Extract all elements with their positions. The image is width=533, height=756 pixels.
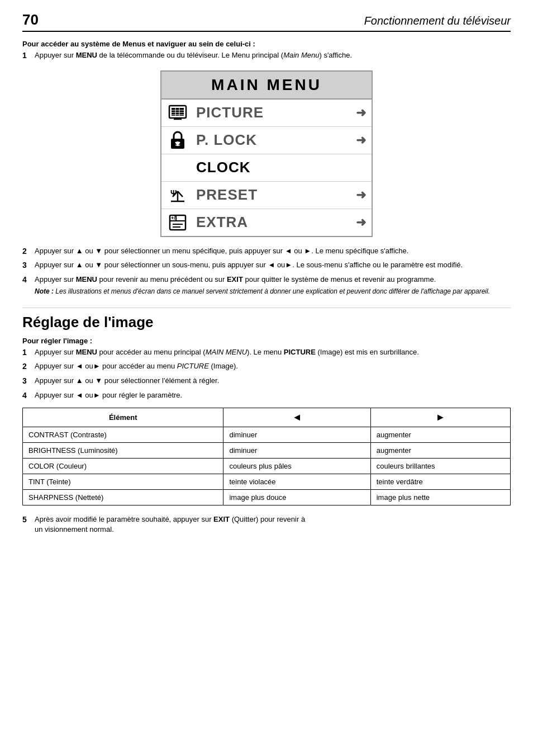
page-header: 70 Fonctionnement du téléviseur [22,11,511,32]
table-header-element: Élément [23,408,223,427]
step-num-3: 3 [22,260,35,271]
nav-section-heading: Pour accéder au système de Menus et navi… [22,40,511,62]
svg-text:Ψ: Ψ [170,188,177,197]
menu-item-preset[interactable]: Ψ PRESET ➜ [161,182,372,209]
menu-item-clock[interactable]: CLOCK ➜ [161,154,372,182]
extra-icon: +/- [167,212,188,233]
svg-point-13 [179,141,180,143]
img-step-text-5: Après avoir modifié le paramètre souhait… [35,514,511,535]
img-step-num-2: 2 [22,361,35,372]
table-cell-0-2: augmenter [370,427,510,443]
table-cell-3-2: teinte verdâtre [370,474,510,490]
preset-icon: Ψ [167,185,188,206]
step-num-1: 1 [22,50,35,62]
table-cell-4-0: SHARPNESS (Netteté) [23,490,223,505]
main-menu-box: MAIN MENU PICTURE ➜ [160,70,373,237]
nav-steps-2-4: 2 Appuyer sur ▲ ou ▼ pour sélectionner u… [22,246,511,296]
table-header-left: ◄ [223,408,370,427]
image-steps-list: 1 Appuyer sur MENU pour accéder au menu … [22,347,511,401]
image-section: Réglage de l'image Pour régler l'image :… [22,308,511,535]
image-step5-list: 5 Après avoir modifié le paramètre souha… [22,514,511,535]
menu-item-picture[interactable]: PICTURE ➜ [161,100,372,127]
menu-arrow-preset: ➜ [356,188,366,202]
clock-icon [167,157,188,178]
menu-box-title: MAIN MENU [161,72,372,100]
table-cell-3-1: teinte violacée [223,474,370,490]
table-cell-3-0: TINT (Teinte) [23,474,223,490]
table-row: COLOR (Couleur)couleurs plus pâlescouleu… [23,459,511,474]
menu-arrow-picture: ➜ [356,106,366,120]
nav-step-2: 2 Appuyer sur ▲ ou ▼ pour sélectionner u… [22,246,511,257]
table-cell-4-2: image plus nette [370,490,510,505]
image-step-1: 1 Appuyer sur MENU pour accéder au menu … [22,347,511,358]
img-step-text-2: Appuyer sur ◄ ou► pour accéder au menu P… [35,361,511,372]
svg-point-12 [175,141,177,143]
step-text-4: Appuyer sur MENU pour revenir au menu pr… [35,275,511,296]
menu-label-picture: PICTURE [196,104,356,121]
menu-label-clock: CLOCK [196,159,356,176]
img-step-text-4: Appuyer sur ◄ ou► pour régler le paramèt… [35,390,511,401]
nav-heading-text: Pour accéder au système de Menus et navi… [22,40,511,48]
nav-step-3: 3 Appuyer sur ▲ ou ▼ pour sélectionner u… [22,260,511,271]
step-text-2: Appuyer sur ▲ ou ▼ pour sélectionner un … [35,246,511,257]
table-row: TINT (Teinte)teinte violacéeteinte verdâ… [23,474,511,490]
image-instruction: Pour régler l'image : 1 Appuyer sur MENU… [22,337,511,401]
image-step-4: 4 Appuyer sur ◄ ou► pour régler le param… [22,390,511,401]
table-cell-1-0: BRIGHTNESS (Luminosité) [23,443,223,459]
nav-step-1: 1 Appuyer sur MENU de la télécommande ou… [22,50,511,62]
table-cell-0-1: diminuer [223,427,370,443]
table-cell-1-2: augmenter [370,443,510,459]
menu-arrow-extra: ➜ [356,215,366,230]
table-row: BRIGHTNESS (Luminosité)diminueraugmenter [23,443,511,459]
img-step-num-5: 5 [22,514,35,535]
menu-label-preset: PRESET [196,186,356,204]
img-step-num-3: 3 [22,376,35,387]
param-table: Élément ◄ ► CONTRAST (Contraste)diminuer… [22,408,511,505]
img-step-text-1: Appuyer sur MENU pour accéder au menu pr… [35,347,511,358]
lock-icon [167,130,188,151]
menu-label-extra: EXTRA [196,214,356,231]
table-cell-0-0: CONTRAST (Contraste) [23,427,223,443]
step-num-2: 2 [22,246,35,257]
img-step-num-4: 4 [22,390,35,401]
step-num-4: 4 [22,275,35,296]
img-step-num-1: 1 [22,347,35,358]
table-cell-4-1: image plus douce [223,490,370,505]
image-step-2: 2 Appuyer sur ◄ ou► pour accéder au menu… [22,361,511,372]
image-step-3: 3 Appuyer sur ▲ ou ▼ pour sélectionner l… [22,376,511,387]
menu-label-plock: P. LOCK [196,131,356,149]
nav-steps-list: 1 Appuyer sur MENU de la télécommande ou… [22,50,511,62]
table-cell-2-0: COLOR (Couleur) [23,459,223,474]
menu-item-extra[interactable]: +/- EXTRA ➜ [161,209,372,236]
table-cell-2-2: couleurs brillantes [370,459,510,474]
image-instruction-heading: Pour régler l'image : [22,337,511,345]
note-text: Note : Les illustrations et menus d'écra… [35,287,511,296]
menu-item-plock[interactable]: P. LOCK ➜ [161,127,372,154]
picture-icon [167,102,188,124]
table-row: SHARPNESS (Netteté)image plus douceimage… [23,490,511,505]
img-step-text-3: Appuyer sur ▲ ou ▼ pour sélectionner l'é… [35,376,511,387]
step-text-3: Appuyer sur ▲ ou ▼ pour sélectionner un … [35,260,511,271]
svg-text:+/-: +/- [171,215,177,221]
svg-line-22 [178,191,183,197]
menu-arrow-plock: ➜ [356,133,366,148]
menu-arrow-clock: ➜ [356,160,366,175]
page-title: Fonctionnement du téléviseur [364,15,511,27]
image-step-5: 5 Après avoir modifié le paramètre souha… [22,514,511,535]
step-text-1: Appuyer sur MENU de la télécommande ou d… [35,50,511,62]
image-section-heading: Réglage de l'image [22,308,511,331]
table-header-right: ► [370,408,510,427]
nav-step-4: 4 Appuyer sur MENU pour revenir au menu … [22,275,511,296]
table-cell-1-1: diminuer [223,443,370,459]
page-number: 70 [22,11,39,29]
table-row: CONTRAST (Contraste)diminueraugmenter [23,427,511,443]
svg-point-17 [177,167,179,169]
table-cell-2-1: couleurs plus pâles [223,459,370,474]
